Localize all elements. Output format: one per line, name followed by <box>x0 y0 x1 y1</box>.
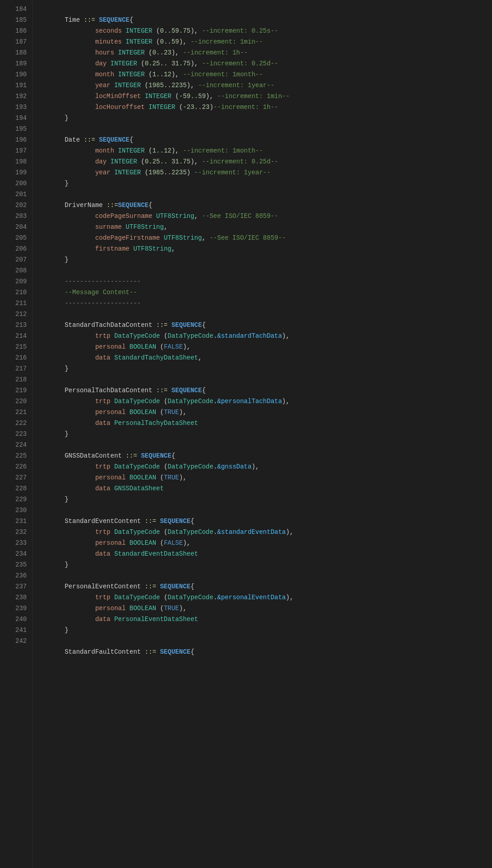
line-num: 200 <box>0 178 27 189</box>
line-num: 231 <box>0 516 27 527</box>
line-numbers: 184 185 186 187 188 189 190 191 192 193 … <box>0 0 33 868</box>
line-num: 233 <box>0 538 27 548</box>
line-num: 192 <box>0 91 27 102</box>
code-line-195: Date ::= SEQUENCE{ <box>42 123 492 134</box>
line-num: 203 <box>0 211 27 222</box>
code-line-200 <box>42 178 492 189</box>
line-num: 230 <box>0 505 27 516</box>
line-num: 204 <box>0 222 27 232</box>
line-num: 199 <box>0 167 27 178</box>
line-num: 208 <box>0 265 27 276</box>
line-num: 185 <box>0 15 27 25</box>
line-num: 205 <box>0 232 27 243</box>
line-num: 238 <box>0 592 27 603</box>
line-num: 201 <box>0 189 27 200</box>
code-line-224: GNSSDataContent ::= SEQUENCE{ <box>42 439 492 450</box>
code-line-218: PersonalTachDataContent ::= SEQUENCE{ <box>42 374 492 385</box>
code-line-230: StandardEventContent ::= SEQUENCE{ <box>42 505 492 516</box>
line-num: 196 <box>0 134 27 145</box>
code-line-242: StandardFaultContent ::= SEQUENCE{ <box>42 636 492 646</box>
line-num: 187 <box>0 36 27 47</box>
line-num: 239 <box>0 603 27 614</box>
line-num: 241 <box>0 625 27 636</box>
line-num: 184 <box>0 4 27 15</box>
code-editor: 184 185 186 187 188 189 190 191 192 193 … <box>0 0 492 868</box>
line-num: 214 <box>0 330 27 341</box>
code-line-235 <box>42 559 492 570</box>
code-line-223 <box>42 429 492 439</box>
line-num: 191 <box>0 80 27 91</box>
line-num: 221 <box>0 407 27 418</box>
line-num: 227 <box>0 472 27 483</box>
line-num: 207 <box>0 254 27 265</box>
line-num: 242 <box>0 636 27 646</box>
line-num: 240 <box>0 614 27 625</box>
code-line-201: DriverName ::=SEQUENCE{ <box>42 189 492 200</box>
line-num: 194 <box>0 113 27 123</box>
line-num: 209 <box>0 276 27 287</box>
line-num: 216 <box>0 352 27 363</box>
line-num: 195 <box>0 123 27 134</box>
line-num: 188 <box>0 47 27 58</box>
line-num: 217 <box>0 363 27 374</box>
code-line-229 <box>42 494 492 505</box>
line-num: 215 <box>0 341 27 352</box>
code-content[interactable]: Time ::= SEQUENCE{ seconds INTEGER (0..5… <box>33 0 492 868</box>
code-line-184: Time ::= SEQUENCE{ <box>42 4 492 15</box>
line-num: 234 <box>0 548 27 559</box>
line-num: 211 <box>0 298 27 309</box>
line-num: 226 <box>0 461 27 472</box>
line-num: 197 <box>0 145 27 156</box>
code-line-236: PersonalEventContent ::= SEQUENCE{ <box>42 570 492 581</box>
line-num: 206 <box>0 243 27 254</box>
line-num: 236 <box>0 570 27 581</box>
code-line-208: -------------------- <box>42 265 492 276</box>
code-line-217 <box>42 363 492 374</box>
line-num: 229 <box>0 494 27 505</box>
line-num: 190 <box>0 69 27 80</box>
line-num: 202 <box>0 200 27 211</box>
line-num: 220 <box>0 396 27 407</box>
line-num: 225 <box>0 450 27 461</box>
line-num: 212 <box>0 309 27 320</box>
line-num: 210 <box>0 287 27 298</box>
line-num: 228 <box>0 483 27 494</box>
line-num: 224 <box>0 439 27 450</box>
line-num: 218 <box>0 374 27 385</box>
line-num: 222 <box>0 418 27 429</box>
line-num: 223 <box>0 429 27 439</box>
code-line-194 <box>42 113 492 123</box>
line-num: 198 <box>0 156 27 167</box>
line-num: 235 <box>0 559 27 570</box>
line-num: 219 <box>0 385 27 396</box>
line-num: 193 <box>0 102 27 113</box>
line-num: 186 <box>0 25 27 36</box>
line-num: 232 <box>0 527 27 538</box>
code-line-207 <box>42 254 492 265</box>
code-line-212: StandardTachDataContent ::= SEQUENCE{ <box>42 309 492 320</box>
line-num: 237 <box>0 581 27 592</box>
line-num: 189 <box>0 58 27 69</box>
line-num: 213 <box>0 320 27 330</box>
code-line-241 <box>42 625 492 636</box>
